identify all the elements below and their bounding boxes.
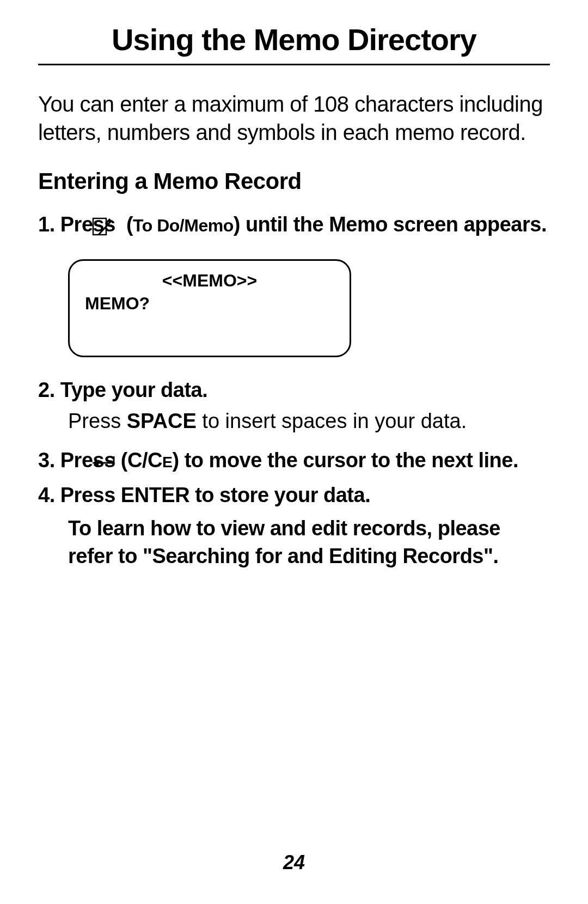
cce-suffix: ): [172, 449, 179, 472]
closing-note: To learn how to view and edit records, p…: [38, 515, 550, 571]
page-number: 24: [0, 851, 588, 874]
space-key-label: SPACE: [127, 410, 197, 432]
step2sub-suffix: to insert spaces in your data.: [197, 410, 467, 432]
svg-rect-0: [93, 218, 106, 235]
step3-suffix: to move the cursor to the next line.: [179, 449, 518, 472]
step-4: 4. Press ENTER to store your data.: [38, 481, 550, 509]
lcd-screen-box: <<MEMO>> MEMO?: [68, 259, 351, 357]
todo-memo-label: To Do/Memo: [133, 216, 234, 235]
step-1: 1. Press (To Do/Memo) until the Memo scr…: [38, 211, 550, 240]
page-title: Using the Memo Directory: [38, 22, 550, 65]
step-2-sub: Press SPACE to insert spaces in your dat…: [38, 410, 550, 433]
cce-e: E: [162, 453, 173, 471]
svg-marker-3: [92, 460, 99, 466]
step-2: 2. Type your data.: [38, 376, 550, 404]
step1-suffix: ) until the Memo screen appears.: [234, 213, 547, 236]
section-title: Entering a Memo Record: [38, 168, 550, 194]
intro-text: You can enter a maximum of 108 character…: [38, 90, 550, 146]
cce-prefix: (C/C: [121, 449, 162, 472]
step1-paren-open: (: [121, 213, 133, 236]
svg-line-1: [99, 221, 112, 235]
step-3: 3. Press (C/CE) to move the cursor to th…: [38, 447, 550, 476]
step2sub-prefix: Press: [68, 410, 127, 432]
screen-prompt: MEMO?: [85, 294, 334, 314]
screen-header: <<MEMO>>: [85, 271, 334, 291]
